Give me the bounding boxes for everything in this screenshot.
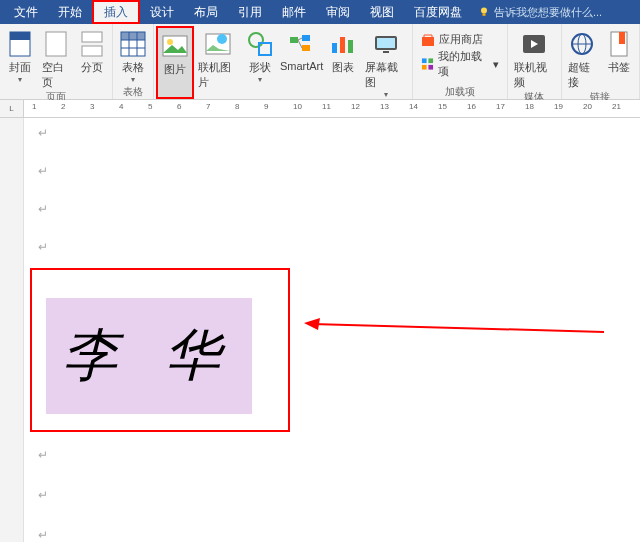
svg-rect-21 [302,45,310,51]
store-icon [421,33,435,47]
table-icon [119,30,147,58]
chart-icon [329,30,357,58]
smartart-icon [288,30,316,58]
group-links: 超链接 书签 链接 [562,24,640,99]
paragraph-mark: ↵ [38,126,626,140]
ruler-tick: 19 [554,102,563,111]
online-video-button[interactable]: 联机视频 [510,26,559,90]
signature-image[interactable]: 李 华 [46,298,252,414]
menu-review[interactable]: 审阅 [316,0,360,24]
dropdown-caret-icon: ▾ [18,75,22,84]
ruler-tick: 4 [119,102,123,111]
svg-rect-6 [82,46,102,56]
picture-button[interactable]: 图片 [156,26,194,99]
ruler-tick: 10 [293,102,302,111]
lightbulb-icon [478,6,490,18]
svg-rect-24 [332,43,337,53]
svg-rect-34 [428,65,433,70]
document-area: ↵ ↵ ↵ ↵ ↵ ↵ ↵ 李 华 [0,118,640,542]
tell-me-search[interactable]: 告诉我您想要做什么... [472,5,608,20]
svg-rect-41 [619,32,625,44]
bookmark-icon [605,30,633,58]
ruler-corner: L [0,100,24,117]
group-label-tables: 表格 [123,85,143,99]
svg-rect-4 [46,32,66,56]
ruler-tick: 14 [409,102,418,111]
document-page[interactable]: ↵ ↵ ↵ ↵ ↵ ↵ ↵ 李 华 [24,118,640,542]
svg-rect-26 [348,40,353,53]
svg-line-23 [298,40,302,48]
svg-rect-31 [422,58,427,63]
page-break-button[interactable]: 分页 [74,26,110,90]
table-button[interactable]: 表格▾ [115,26,151,85]
my-addins-button[interactable]: 我的加载项 ▾ [421,49,499,79]
ruler-tick: 6 [177,102,181,111]
blank-page-icon [42,30,70,58]
ruler-tick: 11 [322,102,331,111]
hyperlink-icon [568,30,596,58]
group-pages: 封面▾ 空白页 分页 页面 [0,24,113,99]
svg-rect-20 [302,35,310,41]
ruler-tick: 12 [351,102,360,111]
menu-layout[interactable]: 布局 [184,0,228,24]
paragraph-mark: ↵ [38,528,48,542]
online-picture-button[interactable]: 联机图片 [194,26,242,99]
group-illustrations: 图片 联机图片 形状▾ SmartArt 图表 屏幕截图▾ [154,24,413,99]
blank-page-button[interactable]: 空白页 [38,26,74,90]
menu-mail[interactable]: 邮件 [272,0,316,24]
ruler-tick: 1 [32,102,36,111]
svg-line-22 [298,38,302,40]
svg-point-16 [217,34,227,44]
menu-file[interactable]: 文件 [4,0,48,24]
dropdown-caret-icon: ▾ [258,75,262,84]
ruler-tick: 21 [612,102,621,111]
addins-icon [421,57,434,71]
ruler-tick: 9 [264,102,268,111]
cover-page-icon [6,30,34,58]
menu-view[interactable]: 视图 [360,0,404,24]
menu-home[interactable]: 开始 [48,0,92,24]
ruler-horizontal: L 123456789101112131415161718192021 [0,100,640,118]
cover-page-button[interactable]: 封面▾ [2,26,38,90]
smartart-button[interactable]: SmartArt [278,26,326,99]
svg-rect-5 [82,32,102,42]
paragraph-mark: ↵ [38,202,626,216]
menu-insert[interactable]: 插入 [92,0,140,24]
svg-rect-25 [340,37,345,53]
bookmark-button[interactable]: 书签 [601,26,637,90]
menu-baidu[interactable]: 百度网盘 [404,0,472,24]
paragraph-mark: ↵ [38,240,626,254]
shapes-button[interactable]: 形状▾ [242,26,278,99]
svg-rect-29 [383,51,389,53]
dropdown-caret-icon: ▾ [131,75,135,84]
svg-rect-12 [121,32,145,40]
chart-button[interactable]: 图表 [325,26,361,99]
svg-rect-32 [428,58,433,63]
app-store-button[interactable]: 应用商店 [421,32,499,47]
svg-marker-43 [304,318,320,330]
menu-bar: 文件 开始 插入 设计 布局 引用 邮件 审阅 视图 百度网盘 告诉我您想要做什… [0,0,640,24]
video-icon [520,30,548,58]
svg-rect-19 [290,37,298,43]
screenshot-button[interactable]: 屏幕截图▾ [361,26,409,99]
ruler-tick: 2 [61,102,65,111]
menu-references[interactable]: 引用 [228,0,272,24]
dropdown-caret-icon: ▾ [493,58,499,71]
dropdown-caret-icon: ▾ [384,90,388,99]
hyperlink-button[interactable]: 超链接 [564,26,601,90]
svg-rect-1 [483,14,486,16]
svg-rect-3 [10,32,30,40]
svg-point-17 [249,33,263,47]
shapes-icon [246,30,274,58]
tell-me-text: 告诉我您想要做什么... [494,5,602,20]
group-addins: 应用商店 我的加载项 ▾ 加载项 [413,24,508,99]
ribbon: 封面▾ 空白页 分页 页面 表格▾ 表格 图片 [0,24,640,100]
menu-design[interactable]: 设计 [140,0,184,24]
paragraph-mark: ↵ [38,164,626,178]
ruler-tick: 7 [206,102,210,111]
online-picture-icon [204,30,232,58]
ruler-tick: 20 [583,102,592,111]
ruler-tick: 15 [438,102,447,111]
ruler-tick: 13 [380,102,389,111]
ruler-tick: 8 [235,102,239,111]
